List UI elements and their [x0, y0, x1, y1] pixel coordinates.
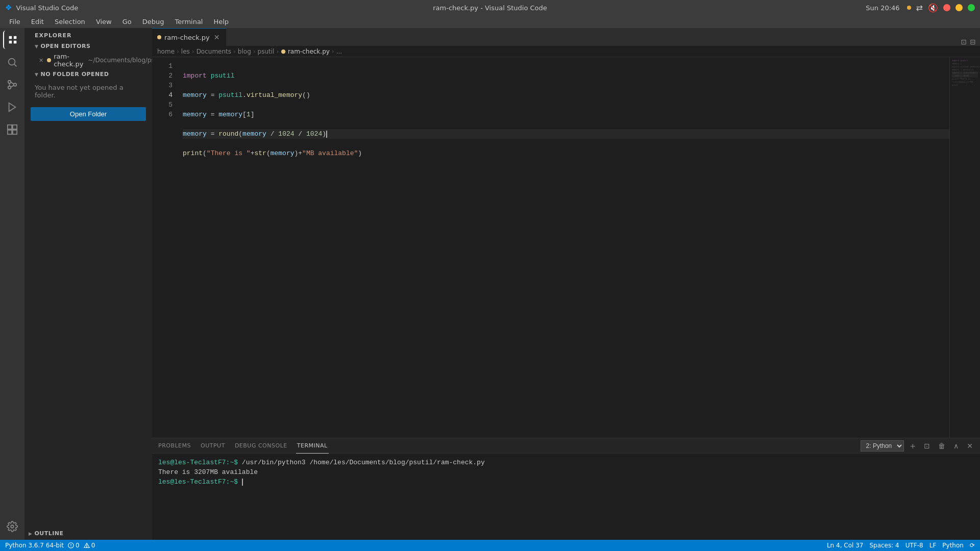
activity-debug[interactable]: [3, 98, 21, 116]
panel-tab-terminal[interactable]: TERMINAL: [296, 438, 329, 454]
line-numbers: 1 2 3 4 5 6: [152, 57, 178, 438]
network-icon[interactable]: ⇄: [916, 3, 923, 13]
menu-help[interactable]: Help: [209, 17, 233, 27]
file-type-icon: [47, 58, 51, 62]
title-bar-left: ❖ Visual Studio Code: [5, 3, 78, 12]
terminal-output-1: There is 3207MB available: [158, 468, 258, 476]
tab-bar: ram-check.py ✕ ⊡ ⊟: [152, 28, 980, 46]
code-line-3: memory = memory[1]: [183, 110, 949, 119]
status-language[interactable]: Python: [942, 542, 964, 549]
code-line-5: print("There is "+str(memory)+"MB availa…: [183, 148, 949, 158]
open-file-path: ~/Documents/blog/psutil: [88, 57, 152, 64]
breadcrumb-home[interactable]: home: [157, 48, 175, 55]
vscode-logo-icon: ❖: [5, 3, 12, 12]
status-encoding[interactable]: UTF-8: [905, 542, 923, 549]
open-editors-chevron: ▼: [35, 44, 38, 49]
open-editors-label: OPEN EDITORS: [40, 43, 90, 49]
svg-point-3: [8, 86, 11, 89]
error-count: 0: [76, 542, 80, 549]
no-folder-label: NO FOLDER OPENED: [40, 71, 109, 78]
breadcrumb-les[interactable]: les: [181, 48, 190, 55]
status-sync-icon[interactable]: ⟳: [970, 542, 975, 549]
terminal-prompt-2: les@les-TeclastF7:~$: [158, 478, 238, 486]
window-close-btn[interactable]: [943, 4, 950, 11]
terminal-prompt-1: les@les-TeclastF7:~$: [158, 459, 238, 466]
svg-point-4: [14, 83, 17, 86]
tab-close-btn[interactable]: ✕: [213, 33, 221, 41]
terminal-content[interactable]: les@les-TeclastF7:~$ /usr/bin/python3 /h…: [152, 454, 980, 540]
svg-line-1: [14, 64, 16, 66]
terminal-cmd-1: /usr/bin/python3 /home/les/Documents/blo…: [242, 459, 485, 466]
activity-source-control[interactable]: [3, 76, 21, 94]
outline-label: OUTLINE: [34, 530, 63, 537]
menu-file[interactable]: File: [5, 17, 24, 27]
activity-explorer[interactable]: [3, 31, 21, 49]
breadcrumb-psutil[interactable]: psutil: [258, 48, 275, 55]
breadcrumb: home › les › Documents › blog › psutil ›…: [152, 46, 980, 57]
status-warnings[interactable]: 0: [84, 542, 95, 549]
svg-line-6: [11, 82, 14, 84]
main-layout: EXPLORER ▼ OPEN EDITORS ✕ ram-check.py ~…: [0, 28, 980, 540]
split-editor-icon[interactable]: ⊡: [961, 38, 967, 46]
status-errors[interactable]: 0: [68, 542, 80, 549]
open-folder-button[interactable]: Open Folder: [31, 107, 146, 121]
add-terminal-btn[interactable]: +: [908, 441, 918, 451]
status-bar-right: Ln 4, Col 37 Spaces: 4 UTF-8 LF Python ⟳: [827, 542, 975, 549]
collapse-icon[interactable]: ⊟: [970, 38, 976, 46]
svg-marker-8: [9, 103, 16, 112]
breadcrumb-sep-2: ›: [192, 48, 194, 55]
panel-tabs: PROBLEMS OUTPUT DEBUG CONSOLE TERMINAL 2…: [152, 438, 980, 454]
panel-tab-output[interactable]: OUTPUT: [200, 438, 226, 454]
menu-go[interactable]: Go: [118, 17, 136, 27]
svg-line-7: [11, 85, 14, 87]
menu-edit[interactable]: Edit: [27, 17, 48, 27]
breadcrumb-file[interactable]: ram-check.py: [288, 48, 330, 55]
activity-settings[interactable]: [3, 517, 21, 536]
window-min-btn[interactable]: [955, 4, 963, 11]
terminal-line-3: les@les-TeclastF7:~$: [158, 477, 974, 487]
window-title: ram-check.py - Visual Studio Code: [433, 4, 547, 12]
close-panel-btn[interactable]: ✕: [965, 441, 975, 451]
breadcrumb-documents[interactable]: Documents: [197, 48, 231, 55]
breadcrumb-blog[interactable]: blog: [238, 48, 251, 55]
app-name: Visual Studio Code: [16, 4, 78, 12]
file-close-icon[interactable]: ✕: [39, 57, 43, 64]
audio-icon[interactable]: 🔇: [928, 3, 938, 13]
recording-dot: [907, 6, 911, 10]
menu-selection[interactable]: Selection: [51, 17, 89, 27]
breadcrumb-ellipsis: ...: [336, 48, 342, 55]
panel-tab-debug-console[interactable]: DEBUG CONSOLE: [234, 438, 288, 454]
panel-area: PROBLEMS OUTPUT DEBUG CONSOLE TERMINAL 2…: [152, 438, 980, 540]
code-line-4: memory = round(memory / 1024 / 1024): [183, 129, 949, 139]
svg-rect-11: [13, 130, 17, 134]
no-folder-section[interactable]: ▼ NO FOLDER OPENED: [24, 69, 152, 80]
terminal-selector[interactable]: 2: Python: [861, 440, 904, 452]
tab-file-icon: [157, 35, 161, 39]
activity-search[interactable]: [3, 53, 21, 71]
menu-view[interactable]: View: [92, 17, 116, 27]
menu-debug[interactable]: Debug: [138, 17, 168, 27]
window-max-btn[interactable]: [968, 4, 975, 11]
trash-terminal-btn[interactable]: 🗑: [936, 441, 947, 451]
status-spaces[interactable]: Spaces: 4: [869, 542, 899, 549]
open-editors-section[interactable]: ▼ OPEN EDITORS: [24, 41, 152, 52]
panel-tab-controls: 2: Python + ⊡ 🗑 ∧ ✕: [861, 440, 975, 452]
svg-rect-10: [13, 125, 17, 129]
sidebar-title: EXPLORER: [24, 28, 152, 41]
breadcrumb-file-icon: ●: [281, 48, 286, 55]
editor-tab-ram-check[interactable]: ram-check.py ✕: [152, 28, 227, 46]
menu-terminal[interactable]: Terminal: [171, 17, 207, 27]
maximize-panel-btn[interactable]: ∧: [951, 441, 961, 451]
status-line-col[interactable]: Ln 4, Col 37: [827, 542, 864, 549]
code-content[interactable]: import psutil memory = psutil.virtual_me…: [178, 57, 949, 438]
code-editor[interactable]: 1 2 3 4 5 6 import psutil memory = psuti…: [152, 57, 980, 438]
split-terminal-btn[interactable]: ⊡: [922, 441, 932, 451]
outline-section[interactable]: ▶ OUTLINE: [24, 527, 152, 540]
activity-extensions[interactable]: [3, 120, 21, 139]
status-python-version[interactable]: Python 3.6.7 64-bit: [5, 542, 64, 549]
open-file-item[interactable]: ✕ ram-check.py ~/Documents/blog/psutil: [24, 52, 152, 69]
activity-bar: [0, 28, 24, 540]
svg-point-13: [11, 525, 14, 528]
status-eol[interactable]: LF: [929, 542, 937, 549]
panel-tab-problems[interactable]: PROBLEMS: [157, 438, 192, 454]
